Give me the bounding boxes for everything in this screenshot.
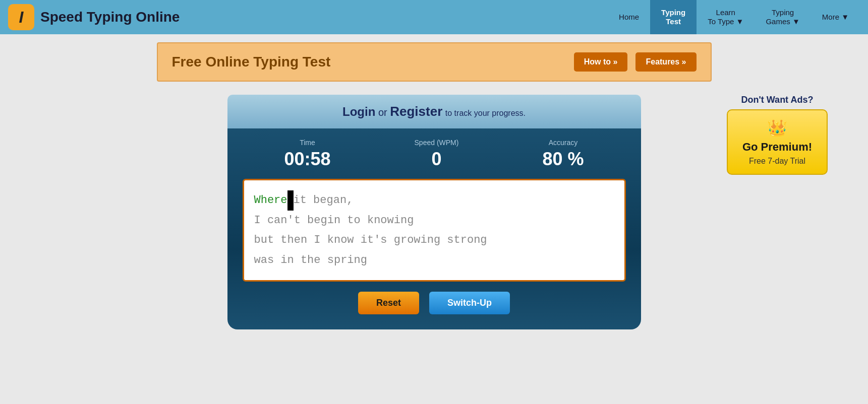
nav-more-label: More ▼ (822, 13, 849, 22)
stat-time: Time 00:58 (284, 139, 330, 170)
premium-trial: Free 7-day Trial (736, 157, 819, 166)
accuracy-label: Accuracy (542, 139, 584, 147)
register-link[interactable]: Register (390, 104, 442, 119)
header: I Speed Typing Online Home TypingTest Le… (0, 0, 868, 34)
center-column: Login or Register to track your progress… (227, 95, 641, 329)
reset-button[interactable]: Reset (358, 292, 419, 314)
premium-box[interactable]: 👑 Go Premium! Free 7-day Trial (727, 109, 828, 175)
typed-correct-text: Where (254, 194, 287, 207)
site-title: Speed Typing Online (40, 9, 180, 25)
nav-home-label: Home (619, 13, 639, 22)
features-button[interactable]: Features » (635, 52, 696, 72)
typing-box: Time 00:58 Speed (WPM) 0 Accuracy 80 % W… (227, 128, 641, 329)
banner-title: Free Online Typing Test (172, 54, 566, 70)
text-line-2: I can't begin to knowing (254, 211, 614, 231)
no-ads-text: Don't Want Ads? (727, 95, 828, 105)
crown-icon: 👑 (736, 118, 819, 138)
untyped-line3: but then I know it's growing strong (254, 234, 487, 246)
nav-typing-test[interactable]: TypingTest (650, 0, 697, 34)
text-line-4: was in the spring (254, 250, 614, 271)
time-label: Time (284, 139, 330, 147)
nav-home[interactable]: Home (608, 0, 650, 34)
stat-accuracy: Accuracy 80 % (542, 139, 584, 170)
accuracy-value: 80 % (542, 149, 584, 170)
untyped-line4: was in the spring (254, 254, 367, 266)
login-bar: Login or Register to track your progress… (227, 95, 641, 128)
stats-row: Time 00:58 Speed (WPM) 0 Accuracy 80 % (243, 139, 626, 170)
speed-value: 0 (415, 149, 459, 170)
track-text: to track your progress. (445, 109, 526, 117)
logo-letter: I (19, 8, 24, 27)
nav-typing-games-label: TypingGames ▼ (766, 8, 799, 26)
or-text: or (378, 107, 390, 118)
premium-title: Go Premium! (736, 141, 819, 154)
switchup-button[interactable]: Switch-Up (429, 292, 510, 314)
time-value: 00:58 (284, 149, 330, 170)
text-line-3: but then I know it's growing strong (254, 230, 614, 250)
nav-typing-test-label: TypingTest (661, 8, 685, 26)
sidebar: Don't Want Ads? 👑 Go Premium! Free 7-day… (727, 95, 828, 175)
login-link[interactable]: Login (342, 105, 375, 118)
cursor (287, 190, 294, 211)
button-row: Reset Switch-Up (358, 292, 510, 314)
nav-learn-to-type-label: LearnTo Type ▼ (708, 8, 743, 26)
nav-typing-games[interactable]: TypingGames ▼ (755, 0, 811, 34)
nav-learn-to-type[interactable]: LearnTo Type ▼ (697, 0, 755, 34)
main-content: Login or Register to track your progress… (0, 90, 868, 345)
untyped-line2: I can't begin to knowing (254, 214, 414, 227)
untyped-line1: it began, (294, 194, 354, 207)
nav-more[interactable]: More ▼ (811, 0, 860, 34)
text-line-1: Where it began, (254, 190, 614, 211)
main-nav: Home TypingTest LearnTo Type ▼ TypingGam… (608, 0, 860, 34)
banner: Free Online Typing Test How to » Feature… (157, 42, 712, 82)
logo-icon: I (8, 4, 34, 30)
howto-button[interactable]: How to » (574, 52, 628, 72)
stat-speed: Speed (WPM) 0 (415, 139, 459, 170)
speed-label: Speed (WPM) (415, 139, 459, 147)
typing-text-area[interactable]: Where it began, I can't begin to knowing… (243, 179, 626, 282)
